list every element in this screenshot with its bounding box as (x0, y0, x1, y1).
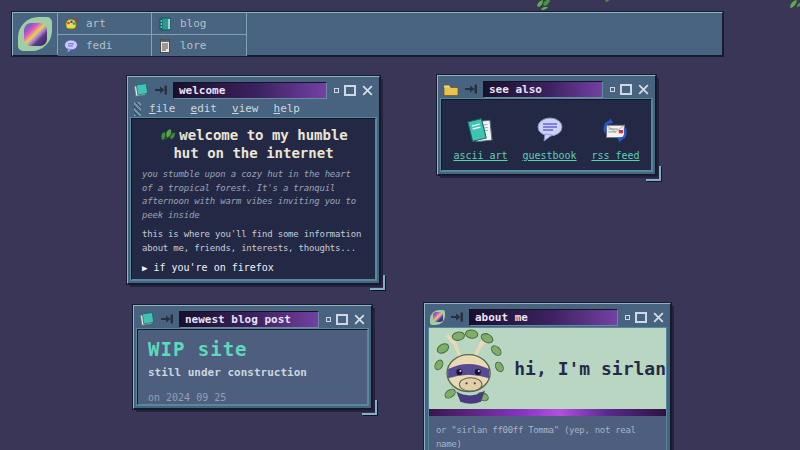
about-heading: hi, I'm sirlan (514, 358, 666, 379)
window-newest-blog-post: newest blog post WIP site still under co… (133, 305, 372, 409)
top-bar-spacer (247, 13, 722, 55)
leaf-logo-icon (18, 17, 52, 51)
welcome-body-text: this is where you'll find some informati… (142, 228, 365, 255)
nav-item-label: lore (180, 39, 207, 52)
about-text: or "sirlan ff00ff Tomma" (yep, not real … (428, 416, 667, 450)
see-also-titlebar[interactable]: see also (441, 79, 652, 99)
menu-item-file[interactable]: file (149, 102, 176, 115)
icon-link-label: rss feed (591, 150, 639, 161)
close-button[interactable] (637, 83, 650, 96)
blog-post-date: on 2024 09 25 (148, 392, 357, 403)
maximize-button[interactable] (336, 314, 348, 325)
about-line-1: or "sirlan ff00ff Tomma" (yep, not real … (436, 423, 659, 450)
leaf-decoration-icon (788, 0, 800, 11)
rss-icon (599, 114, 631, 146)
resize-handle[interactable] (370, 275, 385, 290)
nav-item-art[interactable]: art (58, 13, 151, 34)
resize-handle[interactable] (362, 400, 377, 415)
details-arrow-icon: ▶ (142, 263, 147, 273)
menu-item-help[interactable]: help (274, 102, 301, 115)
nav-grid: art blog fedi (58, 13, 247, 56)
close-icon (637, 83, 650, 96)
pin-icon[interactable] (450, 311, 464, 323)
welcome-heading: welcome to my humble hut on the internet (142, 126, 365, 162)
menu-item-edit[interactable]: edit (191, 102, 218, 115)
close-icon (361, 84, 374, 97)
nav-item-label: fedi (86, 39, 113, 52)
about-banner: hi, I'm sirlan (428, 327, 667, 409)
fedi-icon (63, 38, 79, 54)
nav-item-lore[interactable]: lore (152, 35, 246, 56)
menu-item-view[interactable]: view (232, 102, 259, 115)
nav-item-fedi[interactable]: fedi (58, 35, 151, 56)
window-title: see also (483, 81, 603, 98)
about-titlebar[interactable]: about me (428, 307, 667, 327)
lore-icon (157, 38, 173, 54)
desktop: art blog fedi (0, 0, 800, 450)
leaf-logo-icon (430, 310, 445, 325)
top-nav-bar: art blog fedi (12, 12, 723, 56)
welcome-titlebar[interactable]: welcome (131, 80, 376, 100)
minimize-button[interactable] (326, 317, 331, 322)
firefox-details-toggle[interactable]: ▶if you're on firefox (142, 262, 365, 273)
window-title: about me (469, 309, 618, 326)
minimize-button[interactable] (625, 315, 630, 320)
resize-handle[interactable] (646, 166, 661, 181)
see-also-content: ascii art guestbook (441, 99, 652, 171)
leaf-decoration-icon (536, 0, 552, 10)
blog-titlebar[interactable]: newest blog post (137, 309, 368, 329)
window-welcome: welcome file edit view help (127, 76, 380, 284)
menu-grip[interactable] (134, 102, 141, 116)
maximize-button[interactable] (344, 85, 356, 96)
art-icon (63, 16, 79, 32)
leaf-icon (159, 127, 176, 142)
blog-icon (157, 16, 173, 32)
link-ascii-art[interactable]: ascii art (453, 114, 507, 161)
notepad-icon (133, 82, 149, 98)
close-icon (353, 313, 366, 326)
site-logo[interactable] (13, 13, 58, 55)
welcome-content: welcome to my humble hut on the internet… (131, 118, 376, 280)
link-rss-feed[interactable]: rss feed (591, 114, 639, 161)
gradient-divider (428, 409, 667, 416)
dragon-avatar (429, 328, 512, 410)
leaf-decoration-icon (604, 0, 612, 3)
close-button[interactable] (361, 84, 374, 97)
minimize-button[interactable] (610, 87, 615, 92)
welcome-menubar: file edit view help (131, 100, 376, 118)
details-label: if you're on firefox (153, 262, 273, 273)
maximize-button[interactable] (620, 84, 632, 95)
icon-link-label: guestbook (522, 150, 576, 161)
welcome-heading-line1: welcome to my humble (179, 127, 348, 143)
window-title: newest blog post (179, 311, 319, 328)
close-button[interactable] (353, 313, 366, 326)
link-guestbook[interactable]: guestbook (522, 114, 576, 161)
welcome-intro-text: you stumble upon a cozy hut in the heart… (142, 168, 365, 222)
divider (148, 386, 357, 387)
welcome-heading-line2: hut on the internet (173, 145, 333, 161)
pin-icon[interactable] (160, 313, 174, 325)
notepad-icon (465, 114, 497, 146)
maximize-button[interactable] (635, 312, 647, 323)
close-icon (652, 311, 665, 324)
nav-item-label: blog (180, 17, 207, 30)
pin-icon[interactable] (464, 83, 478, 95)
close-button[interactable] (652, 311, 665, 324)
pin-icon[interactable] (154, 84, 168, 96)
blog-post-title: WIP site (148, 338, 357, 360)
notepad-icon (139, 311, 155, 327)
folder-icon (443, 82, 459, 97)
speech-bubble-icon (534, 114, 566, 146)
window-about-me: about me (424, 303, 671, 450)
window-see-also: see also ascii art (437, 75, 656, 175)
minimize-button[interactable] (334, 88, 339, 93)
blog-content: WIP site still under construction on 202… (137, 329, 368, 405)
blog-post-subtitle: still under construction (148, 366, 357, 379)
icon-link-label: ascii art (453, 150, 507, 161)
nav-item-blog[interactable]: blog (152, 13, 246, 34)
nav-item-label: art (86, 17, 106, 30)
window-title: welcome (173, 82, 327, 99)
